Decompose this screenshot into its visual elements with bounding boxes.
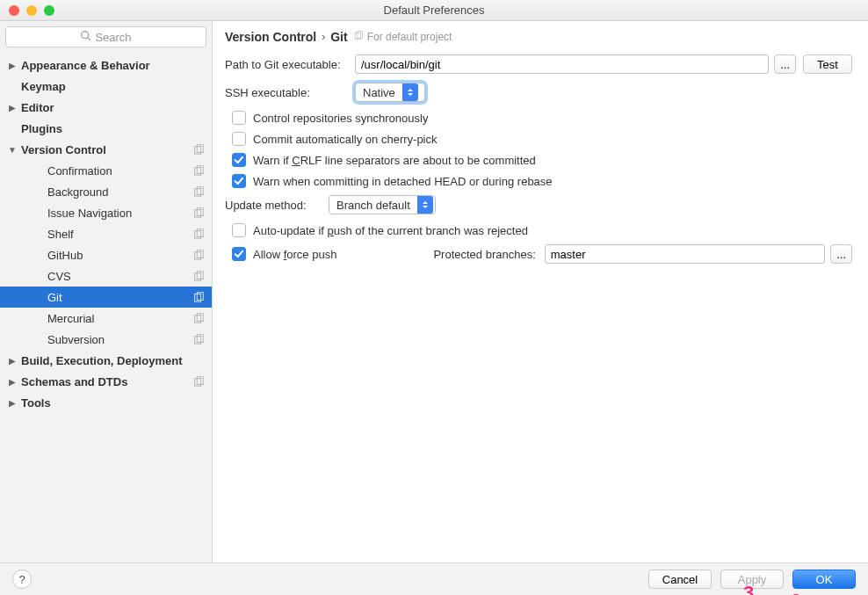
update-method-label: Update method: (225, 199, 320, 212)
ssh-executable-select[interactable]: Native (355, 83, 425, 102)
minimize-window-button[interactable] (26, 5, 37, 16)
copy-project-icon (192, 185, 205, 198)
tree-arrow-icon: ▶ (5, 377, 19, 387)
cherry-pick-checkbox[interactable] (232, 132, 246, 146)
svg-point-0 (82, 32, 89, 39)
ok-button[interactable]: OK (792, 570, 856, 589)
copy-project-icon (192, 291, 205, 303)
search-input[interactable]: Search (5, 26, 206, 47)
copy-project-icon (192, 249, 205, 261)
tree-arrow-icon: ▼ (5, 145, 19, 155)
sidebar-item-appearance-behavior[interactable]: ▶Appearance & Behavior (0, 54, 212, 76)
dropdown-arrow-icon (417, 196, 433, 214)
tree-arrow-icon: ▶ (5, 103, 19, 112)
apply-button[interactable]: Apply (720, 570, 784, 589)
sidebar: Search ▶Appearance & BehaviorKeymap▶Edit… (0, 21, 213, 562)
sidebar-item-mercurial[interactable]: Mercurial (0, 308, 212, 329)
help-button[interactable]: ? (12, 570, 32, 589)
breadcrumb-parent[interactable]: Version Control (225, 30, 316, 44)
sidebar-item-confirmation[interactable]: Confirmation (0, 160, 212, 181)
sidebar-item-shelf[interactable]: Shelf (0, 223, 212, 244)
sidebar-item-label: Git (47, 291, 192, 304)
path-label: Path to Git executable: (225, 58, 355, 71)
sidebar-item-version-control[interactable]: ▼Version Control (0, 139, 212, 160)
copy-project-icon (192, 270, 205, 282)
copy-project-icon (192, 164, 205, 177)
window-title: Default Preferences (0, 4, 868, 17)
protected-branches-more-button[interactable]: ... (830, 244, 852, 264)
titlebar: Default Preferences (0, 0, 868, 21)
update-method-select[interactable]: Branch default (329, 195, 436, 214)
breadcrumb: Version Control › Git For default projec… (225, 30, 852, 44)
cherry-pick-label: Commit automatically on cherry-pick (253, 133, 438, 146)
warn-crlf-label: Warn if CRLF line separators are about t… (253, 154, 536, 167)
sidebar-item-label: Issue Navigation (47, 207, 192, 220)
ssh-executable-value: Native (363, 86, 395, 99)
sidebar-item-github[interactable]: GitHub (0, 244, 212, 265)
svg-line-1 (88, 38, 90, 40)
sidebar-item-label: Background (47, 185, 192, 199)
sidebar-item-label: Mercurial (47, 312, 192, 325)
for-default-project-note: For default project (353, 31, 452, 44)
tree-arrow-icon: ▶ (5, 398, 19, 408)
sidebar-item-label: Schemas and DTDs (21, 375, 192, 388)
browse-button[interactable]: ... (774, 54, 796, 74)
sidebar-item-label: Editor (21, 101, 205, 114)
sidebar-item-cvs[interactable]: CVS (0, 265, 212, 287)
sidebar-item-schemas-and-dtds[interactable]: ▶Schemas and DTDs (0, 371, 212, 392)
sidebar-item-plugins[interactable]: Plugins (0, 118, 212, 139)
copy-project-icon (192, 207, 205, 219)
ssh-label: SSH executable: (225, 86, 355, 99)
auto-update-checkbox[interactable] (232, 223, 246, 237)
sidebar-item-label: Shelf (47, 228, 192, 241)
cancel-button[interactable]: Cancel (648, 570, 712, 589)
update-method-value: Branch default (336, 199, 410, 212)
protected-branches-label: Protected branches: (433, 248, 535, 261)
sidebar-item-label: Subversion (47, 333, 192, 346)
warn-detached-label: Warn when committing in detached HEAD or… (253, 175, 553, 188)
force-push-label: Allow force push (253, 248, 336, 261)
copy-project-icon (192, 333, 205, 345)
protected-branches-input[interactable] (545, 244, 825, 264)
sidebar-item-label: GitHub (47, 249, 192, 262)
zoom-window-button[interactable] (44, 5, 54, 16)
breadcrumb-current: Git (330, 30, 347, 44)
sidebar-item-tools[interactable]: ▶Tools (0, 392, 212, 413)
sidebar-item-build-execution-deployment[interactable]: ▶Build, Execution, Deployment (0, 350, 212, 371)
copy-project-icon (192, 228, 205, 240)
sidebar-item-label: Confirmation (47, 164, 192, 178)
copy-project-icon (192, 375, 205, 388)
sidebar-item-editor[interactable]: ▶Editor (0, 97, 212, 118)
sidebar-item-label: Appearance & Behavior (21, 59, 205, 72)
git-path-input[interactable] (355, 54, 769, 74)
content-panel: Version Control › Git For default projec… (213, 21, 868, 562)
sidebar-item-keymap[interactable]: Keymap (0, 76, 212, 97)
settings-tree: ▶Appearance & BehaviorKeymap▶EditorPlugi… (0, 53, 212, 562)
tree-arrow-icon: ▶ (5, 61, 19, 70)
sidebar-item-label: Version Control (21, 143, 192, 156)
test-button[interactable]: Test (803, 54, 852, 74)
sidebar-item-label: Build, Execution, Deployment (21, 354, 205, 367)
tree-arrow-icon: ▶ (5, 356, 19, 366)
dialog-footer: ? Cancel Apply OK (0, 562, 868, 595)
copy-project-icon (192, 312, 205, 324)
sidebar-item-label: Tools (21, 396, 205, 410)
copy-project-icon (353, 31, 364, 44)
chevron-right-icon: › (322, 31, 325, 43)
control-sync-label: Control repositories synchronously (253, 112, 428, 125)
window-controls (0, 5, 54, 16)
warn-crlf-checkbox[interactable] (232, 153, 246, 167)
sidebar-item-background[interactable]: Background (0, 181, 212, 202)
force-push-checkbox[interactable] (232, 247, 246, 261)
sidebar-item-subversion[interactable]: Subversion (0, 329, 212, 350)
dropdown-arrow-icon (402, 83, 418, 101)
warn-detached-checkbox[interactable] (232, 174, 246, 188)
control-sync-checkbox[interactable] (232, 111, 246, 125)
close-window-button[interactable] (9, 5, 19, 16)
sidebar-item-issue-navigation[interactable]: Issue Navigation (0, 202, 212, 223)
sidebar-item-label: Keymap (21, 80, 205, 93)
copy-project-icon (192, 143, 205, 156)
sidebar-item-git[interactable]: Git (0, 287, 212, 308)
search-placeholder: Search (95, 31, 131, 44)
sidebar-item-label: CVS (47, 270, 192, 283)
